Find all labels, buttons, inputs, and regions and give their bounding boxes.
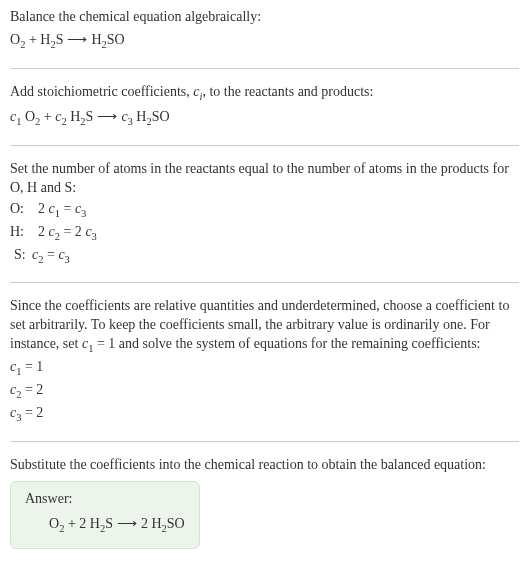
h-label: H:: [10, 223, 38, 242]
ans-plus: + 2 H: [64, 516, 100, 531]
section-coefficients: Add stoichiometric coefficients, ci, to …: [10, 83, 519, 146]
section-atoms: Set the number of atoms in the reactants…: [10, 160, 519, 284]
h-c3-sub: 3: [92, 230, 97, 241]
plus-h: + H: [25, 32, 50, 47]
coeff-intro-b: , to the reactants and products:: [202, 84, 373, 99]
h-coef2: 2: [38, 224, 49, 239]
coeff-line-1: c1 = 1: [10, 358, 519, 379]
atom-row-o: O:2 c1 = c3: [10, 200, 519, 221]
o-c3-sub: 3: [81, 207, 86, 218]
product-so: SO: [107, 32, 125, 47]
reaction-arrow: ⟶: [63, 32, 91, 47]
ans-arrow: ⟶: [113, 516, 141, 531]
l2-val: = 2: [21, 382, 43, 397]
reactant-o2: O: [10, 32, 20, 47]
l1-val: = 1: [21, 359, 43, 374]
h-eq: = 2: [60, 224, 85, 239]
answer-box: Answer: O2 + 2 H2S⟶2 H2SO: [10, 481, 200, 549]
problem-intro: Balance the chemical equation algebraica…: [10, 8, 519, 27]
o-text: O: [21, 109, 35, 124]
balanced-equation: O2 + 2 H2S⟶2 H2SO: [25, 515, 185, 536]
h-text3: H: [133, 109, 147, 124]
atom-row-h: H:2 c2 = 2 c3: [10, 223, 519, 244]
coeff-line-3: c3 = 2: [10, 404, 519, 425]
ans-h2s-tail: S: [105, 516, 113, 531]
coeff-intro: Add stoichiometric coefficients, ci, to …: [10, 83, 519, 104]
product-h: H: [91, 32, 101, 47]
so-text: SO: [152, 109, 170, 124]
o-coef2: 2: [38, 201, 49, 216]
section-problem: Balance the chemical equation algebraica…: [10, 8, 519, 69]
ans-rhs-coef: 2 H: [141, 516, 162, 531]
l3-val: = 2: [21, 405, 43, 420]
answer-label: Answer:: [25, 490, 185, 509]
unbalanced-equation: O2 + H2S⟶H2SO: [10, 31, 519, 52]
s-label: S:: [10, 246, 32, 265]
s-eq: =: [43, 247, 58, 262]
reaction-arrow2: ⟶: [93, 109, 121, 124]
solve-intro-b: = 1 and solve the system of equations fo…: [93, 336, 480, 351]
coeff-intro-a: Add stoichiometric coefficients,: [10, 84, 193, 99]
ans-rhs-tail: SO: [167, 516, 185, 531]
atom-row-s: S:c2 = c3: [10, 246, 519, 267]
ans-o: O: [49, 516, 59, 531]
plus2: +: [40, 109, 55, 124]
h-text: H: [67, 109, 81, 124]
o-label: O:: [10, 200, 38, 219]
answer-intro: Substitute the coefficients into the che…: [10, 456, 519, 475]
section-solve: Since the coefficients are relative quan…: [10, 297, 519, 442]
coeff-equation: c1 O2 + c2 H2S⟶c3 H2SO: [10, 108, 519, 129]
o-eq: =: [60, 201, 75, 216]
solve-intro: Since the coefficients are relative quan…: [10, 297, 519, 356]
s-c3-sub: 3: [65, 253, 70, 264]
section-answer: Substitute the coefficients into the che…: [10, 456, 519, 563]
atoms-intro: Set the number of atoms in the reactants…: [10, 160, 519, 198]
coeff-line-2: c2 = 2: [10, 381, 519, 402]
